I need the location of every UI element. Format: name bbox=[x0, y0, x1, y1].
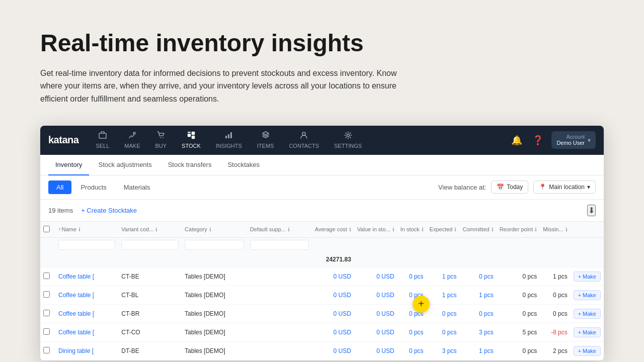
nav-item-buy[interactable]: BUY bbox=[148, 127, 174, 153]
help-icon[interactable]: ❓ bbox=[530, 133, 545, 148]
row-variant-3: CT-CO bbox=[118, 323, 182, 341]
row-value-link-2[interactable]: 0 USD bbox=[376, 310, 394, 317]
table-header-row: ↑ Name ℹ Variant cod... ℹ Category bbox=[40, 222, 604, 238]
filter-variant-input[interactable] bbox=[121, 240, 179, 250]
row-expected-link-4[interactable]: 3 pcs bbox=[442, 347, 457, 354]
sub-nav-inventory[interactable]: Inventory bbox=[48, 155, 89, 175]
row-name-link-3[interactable]: Coffee table [ bbox=[58, 329, 115, 336]
filter-name-input[interactable] bbox=[58, 240, 115, 250]
svg-rect-7 bbox=[188, 132, 191, 133]
filter-avgcost-cell bbox=[312, 237, 354, 252]
filter-action-cell bbox=[571, 237, 604, 252]
nav-item-make[interactable]: MAKE bbox=[117, 127, 147, 153]
items-icon bbox=[262, 131, 270, 141]
sub-nav-transfers[interactable]: Stock transfers bbox=[161, 155, 219, 175]
row-value-link-4[interactable]: 0 USD bbox=[376, 347, 394, 354]
row-instock-link-0[interactable]: 0 pcs bbox=[409, 273, 424, 280]
col-missing[interactable]: Missin... ℹ bbox=[540, 222, 570, 238]
row-checkbox-input-3[interactable] bbox=[43, 328, 50, 335]
row-expected-link-3[interactable]: 0 pcs bbox=[442, 329, 457, 336]
account-button[interactable]: Account Demo User ▾ bbox=[551, 131, 596, 149]
location-button[interactable]: 📍 Main location ▾ bbox=[533, 180, 596, 194]
row-instock-link-4[interactable]: 0 pcs bbox=[409, 347, 424, 354]
row-avgcost-link-0[interactable]: 0 USD bbox=[333, 273, 351, 280]
col-category[interactable]: Category ℹ bbox=[182, 222, 247, 238]
make-button-1[interactable]: + Make bbox=[574, 290, 601, 300]
row-missing-value-2: 0 pcs bbox=[553, 310, 568, 317]
make-button-4[interactable]: + Make bbox=[574, 346, 601, 356]
row-expected-link-1[interactable]: 1 pcs bbox=[442, 292, 457, 299]
row-name-link-2[interactable]: Coffee table [ bbox=[58, 310, 115, 317]
make-plus-icon-4: + bbox=[578, 348, 581, 354]
col-expected[interactable]: Expected ℹ bbox=[427, 222, 460, 238]
notifications-icon[interactable]: 🔔 bbox=[509, 133, 524, 148]
row-expected-link-2[interactable]: 0 pcs bbox=[442, 310, 457, 317]
col-committed[interactable]: Committed ℹ bbox=[459, 222, 496, 238]
make-label-3: Make bbox=[583, 329, 596, 335]
filter-tab-materials[interactable]: Materials bbox=[116, 180, 158, 194]
col-value-stock[interactable]: Value in sto... ℹ bbox=[354, 222, 397, 238]
row-committed-link-2[interactable]: 0 pcs bbox=[479, 310, 494, 317]
row-name-link-4[interactable]: Dining table [ bbox=[58, 347, 115, 354]
col-default-supp[interactable]: Default supp... ℹ bbox=[247, 222, 312, 238]
col-name[interactable]: ↑ Name ℹ bbox=[55, 222, 118, 238]
row-avgcost-0: 0 USD bbox=[312, 267, 354, 286]
col-avg-cost[interactable]: Average cost ℹ bbox=[312, 222, 354, 238]
filter-tabs: All Products Materials bbox=[48, 180, 158, 194]
total-empty-9 bbox=[459, 252, 496, 267]
row-committed-link-0[interactable]: 0 pcs bbox=[479, 273, 494, 280]
svg-rect-8 bbox=[225, 136, 227, 138]
table-area: 19 items + Create Stocktake ⬇ ↑ Name ℹ bbox=[40, 200, 604, 360]
row-value-link-3[interactable]: 0 USD bbox=[376, 329, 394, 336]
nav-item-stock[interactable]: STOCK bbox=[175, 127, 208, 153]
filter-tab-products[interactable]: Products bbox=[72, 180, 114, 194]
filter-category-input[interactable] bbox=[185, 240, 244, 250]
row-committed-link-3[interactable]: 3 pcs bbox=[479, 329, 494, 336]
row-name-link-1[interactable]: Coffee table [ bbox=[58, 292, 115, 299]
row-value-link-0[interactable]: 0 USD bbox=[376, 273, 394, 280]
col-committed-label: Committed bbox=[462, 226, 489, 232]
sub-nav-adjustments[interactable]: Stock adjustments bbox=[91, 155, 158, 175]
row-name-link-0[interactable]: Coffee table [ bbox=[58, 273, 115, 280]
filter-committed-cell bbox=[459, 237, 496, 252]
col-in-stock[interactable]: In stock ℹ bbox=[397, 222, 427, 238]
row-expected-1: 1 pcs bbox=[427, 286, 460, 304]
filter-supp-input[interactable] bbox=[250, 240, 309, 250]
col-variant-code[interactable]: Variant cod... ℹ bbox=[118, 222, 182, 238]
row-expected-link-0[interactable]: 1 pcs bbox=[442, 273, 457, 280]
nav-item-items[interactable]: ITEMS bbox=[250, 127, 281, 153]
create-stocktake-button[interactable]: + Create Stocktake bbox=[81, 207, 137, 214]
row-committed-link-4[interactable]: 1 pcs bbox=[479, 347, 494, 354]
row-checkbox-input-1[interactable] bbox=[43, 291, 50, 298]
row-avgcost-link-2[interactable]: 0 USD bbox=[333, 310, 351, 317]
row-committed-link-1[interactable]: 1 pcs bbox=[479, 292, 494, 299]
row-avgcost-link-3[interactable]: 0 USD bbox=[333, 329, 351, 336]
floating-plus-button[interactable]: + bbox=[413, 296, 430, 313]
sub-nav-stocktakes[interactable]: Stocktakes bbox=[220, 155, 267, 175]
filter-checkbox-cell bbox=[40, 237, 55, 252]
filter-tab-all[interactable]: All bbox=[48, 180, 71, 194]
select-all-checkbox[interactable] bbox=[43, 226, 50, 232]
nav-item-sell[interactable]: SELL bbox=[89, 127, 116, 153]
row-instock-link-3[interactable]: 0 pcs bbox=[409, 329, 424, 336]
nav-item-settings[interactable]: SETTINGS bbox=[327, 127, 369, 153]
make-button-3[interactable]: + Make bbox=[574, 327, 601, 337]
col-reorder[interactable]: Reorder point ℹ bbox=[497, 222, 540, 238]
row-value-link-1[interactable]: 0 USD bbox=[376, 292, 394, 299]
row-checkbox-input-4[interactable] bbox=[43, 347, 50, 353]
download-button[interactable]: ⬇ bbox=[587, 205, 596, 216]
row-checkbox-input-0[interactable] bbox=[43, 273, 50, 279]
nav-item-contacts[interactable]: CONTACTS bbox=[282, 127, 326, 153]
make-button-2[interactable]: + Make bbox=[574, 309, 601, 319]
filter-value-cell bbox=[354, 237, 397, 252]
nav-item-insights[interactable]: INSIGHTS bbox=[209, 127, 249, 153]
make-button-0[interactable]: + Make bbox=[574, 272, 601, 282]
row-avgcost-link-4[interactable]: 0 USD bbox=[333, 347, 351, 354]
row-avgcost-link-1[interactable]: 0 USD bbox=[333, 292, 351, 299]
svg-point-12 bbox=[347, 134, 349, 137]
col-avg-cost-label: Average cost bbox=[315, 226, 347, 232]
account-info: Account Demo User bbox=[556, 134, 585, 146]
today-button[interactable]: 📅 Today bbox=[491, 180, 528, 194]
sub-nav: Inventory Stock adjustments Stock transf… bbox=[40, 155, 604, 175]
row-checkbox-input-2[interactable] bbox=[43, 310, 50, 316]
